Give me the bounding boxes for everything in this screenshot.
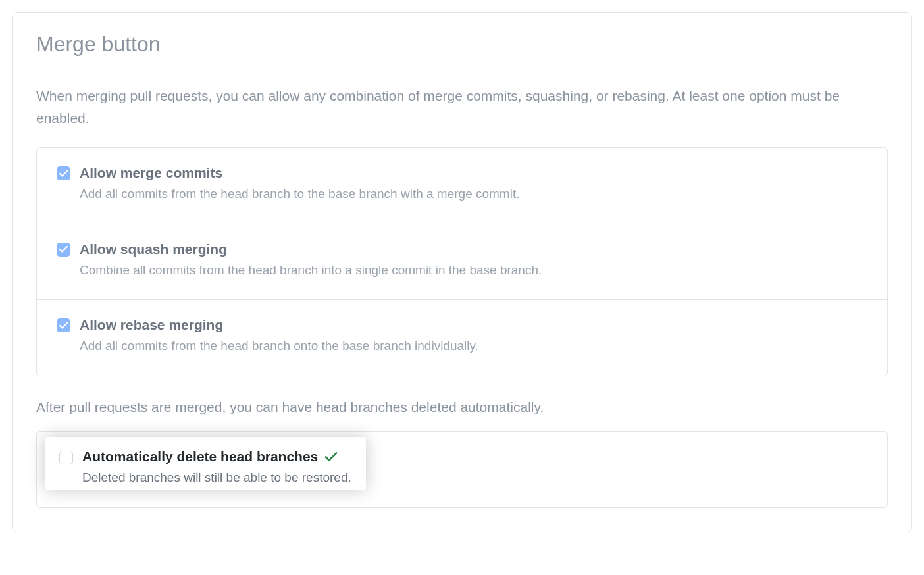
merge-options-list: Allow merge commits Add all commits from… xyxy=(36,147,888,376)
option-text: Allow merge commits Add all commits from… xyxy=(80,165,867,204)
option-auto-delete-branches-wrap: Automatically delete head branches Delet… xyxy=(37,432,887,507)
option-label: Automatically delete head branches xyxy=(82,449,351,464)
section-intro: When merging pull requests, you can allo… xyxy=(36,85,888,129)
checkbox-icon[interactable] xyxy=(57,318,70,332)
option-allow-merge-commits[interactable]: Allow merge commits Add all commits from… xyxy=(37,148,887,224)
option-text: Allow squash merging Combine all commits… xyxy=(80,241,867,280)
option-desc: Combine all commits from the head branch… xyxy=(80,261,867,280)
option-label: Allow squash merging xyxy=(80,241,867,257)
merge-button-settings-panel: Merge button When merging pull requests,… xyxy=(12,12,912,532)
option-label-text: Automatically delete head branches xyxy=(82,449,318,464)
section-title: Merge button xyxy=(36,32,888,66)
option-allow-rebase-merging[interactable]: Allow rebase merging Add all commits fro… xyxy=(37,300,887,376)
checkbox-icon[interactable] xyxy=(59,451,73,464)
option-desc: Deleted branches will still be able to b… xyxy=(82,468,351,488)
check-icon xyxy=(324,451,338,462)
option-text: Allow rebase merging Add all commits fro… xyxy=(80,317,867,356)
auto-delete-intro: After pull requests are merged, you can … xyxy=(36,396,888,418)
option-label: Allow merge commits xyxy=(80,165,867,181)
checkbox-icon[interactable] xyxy=(57,243,70,257)
checkbox-icon[interactable] xyxy=(57,166,70,180)
option-desc: Add all commits from the head branch ont… xyxy=(80,337,867,356)
auto-delete-list: Automatically delete head branches Delet… xyxy=(36,431,888,508)
option-desc: Add all commits from the head branch to … xyxy=(80,185,867,204)
option-label: Allow rebase merging xyxy=(80,317,867,333)
option-auto-delete-branches[interactable]: Automatically delete head branches Delet… xyxy=(45,437,366,490)
option-text: Automatically delete head branches Delet… xyxy=(82,449,351,488)
option-allow-squash-merging[interactable]: Allow squash merging Combine all commits… xyxy=(37,224,887,301)
